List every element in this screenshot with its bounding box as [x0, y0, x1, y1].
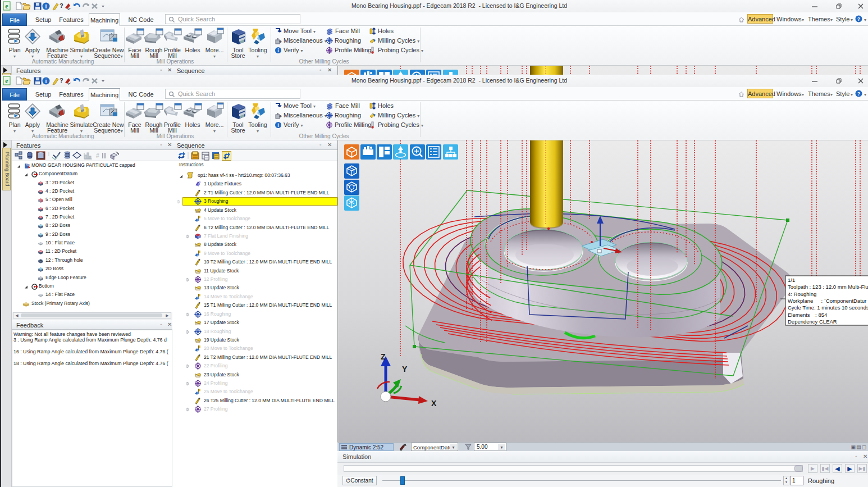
svg-text:1/1: 1/1 [788, 277, 795, 283]
svg-text:i: i [277, 48, 279, 53]
svg-text:Z: Z [381, 352, 386, 361]
svg-text:?: ? [857, 16, 861, 22]
svg-text:Toolpath : 123 : 12.0 mm Multi: Toolpath : 123 : 12.0 mm Multi-Flut [788, 284, 868, 290]
svg-text:Dependency CLEAR: Dependency CLEAR [788, 318, 837, 325]
svg-text:i: i [277, 122, 279, 128]
svg-text:X: X [431, 399, 437, 408]
svg-text:Workplane : `ComponentDatur: Workplane : `ComponentDatur [788, 298, 866, 304]
svg-text:?: ? [857, 91, 861, 97]
svg-text:4: Roughing: 4: Roughing [788, 291, 816, 297]
svg-text:#: # [96, 153, 99, 159]
svg-text:Y: Y [402, 365, 408, 374]
svg-text:Elements : 854: Elements : 854 [788, 312, 827, 318]
svg-text:Cycle Time: 1 minutes 10 secon: Cycle Time: 1 minutes 10 seconds [788, 304, 868, 311]
